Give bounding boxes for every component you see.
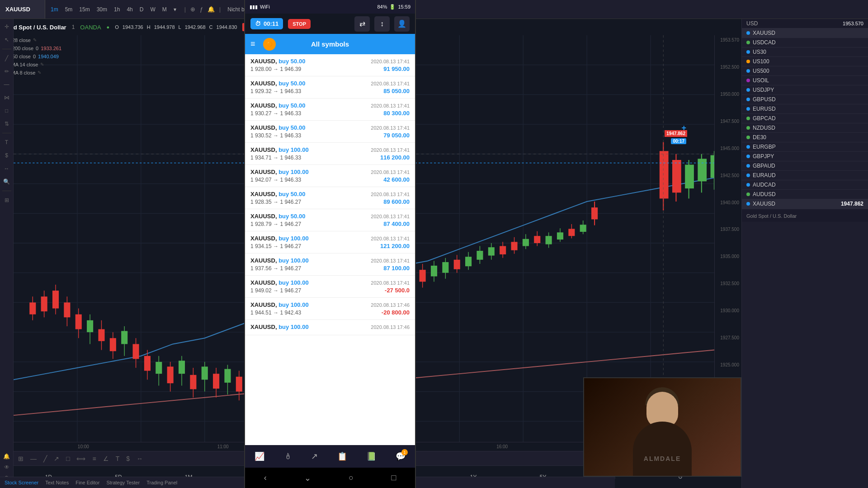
channel-tool[interactable]: ⋈: [1, 92, 12, 103]
symbol-item-xauusd-top[interactable]: XAUUSD: [742, 28, 868, 38]
trade-item-13[interactable]: XAUUSD, buy 100.00 2020.08.13 17:46: [245, 320, 415, 335]
phone-account-icon[interactable]: 👤: [394, 16, 410, 32]
rect-draw-tool[interactable]: □: [64, 454, 72, 464]
nav-square-icon[interactable]: □: [391, 473, 396, 483]
phone-tab-chart[interactable]: 📈: [252, 449, 267, 464]
tf-W[interactable]: W: [147, 0, 159, 19]
alert-tool[interactable]: 🔔: [1, 451, 12, 462]
symbol-item-gbpusd[interactable]: GBPUSD: [742, 95, 868, 104]
angle-tool[interactable]: ∠: [101, 454, 111, 464]
line-tool[interactable]: ╱: [1, 53, 12, 64]
trade-profit-5: 116 200.00: [380, 154, 410, 161]
symbol-item-gbpjpy[interactable]: GBPJPY: [742, 152, 868, 161]
trade-item-2[interactable]: XAUUSD, buy 50.00 2020.08.13 17:41 1 929…: [245, 76, 415, 99]
price-draw-tool[interactable]: $: [124, 454, 132, 464]
smma14-edit[interactable]: ✎: [40, 61, 44, 69]
symbol-item-nzdusd[interactable]: NZDUSD: [742, 123, 868, 133]
measure-tool[interactable]: ↔: [1, 163, 12, 174]
tf-15m[interactable]: 15m: [76, 0, 93, 19]
horizontal-line-tool[interactable]: —: [1, 79, 12, 90]
symbol-item-eurusd[interactable]: EURUSD: [742, 104, 868, 114]
screener-text[interactable]: Text Notes: [45, 480, 69, 485]
phone-transfer-icon[interactable]: ⇄: [354, 16, 370, 32]
nav-down-icon[interactable]: ⌄: [304, 473, 311, 483]
rect-tool[interactable]: □: [1, 105, 12, 116]
cursor-tool[interactable]: ↖: [1, 34, 12, 45]
zoom-tool[interactable]: 🔍: [1, 176, 12, 187]
symbol-item-euraud[interactable]: EURAUD: [742, 171, 868, 180]
tf-1h[interactable]: 1h: [111, 0, 123, 19]
tf-M[interactable]: M: [159, 0, 170, 19]
symbol-label[interactable]: XAUUSD: [0, 0, 45, 19]
trade-item-1[interactable]: XAUUSD, buy 50.00 2020.08.13 17:41 1 928…: [245, 54, 415, 76]
draw-tool[interactable]: ✏: [1, 66, 12, 77]
tf-30m[interactable]: 30m: [94, 0, 111, 19]
tf-5m[interactable]: 5m: [62, 0, 76, 19]
trade-item-7[interactable]: XAUUSD, buy 50.00 2020.08.13 17:41 1 928…: [245, 187, 415, 209]
symbol-item-xauusd-bottom[interactable]: XAUUSD 1947.862: [742, 199, 868, 209]
expand-icon[interactable]: ⊞: [1, 195, 12, 206]
eye-tool[interactable]: 👁: [1, 462, 12, 473]
trade-item-6[interactable]: XAUUSD, buy 100.00 2020.08.13 17:41 1 94…: [245, 165, 415, 187]
text-draw-tool[interactable]: T: [113, 454, 122, 464]
compare-btn[interactable]: ⊕: [188, 6, 198, 13]
symbol-item-eurgbp[interactable]: EURGBP: [742, 142, 868, 152]
symbol-item-gbpaud[interactable]: GBPAUD: [742, 161, 868, 171]
price-tool[interactable]: $: [1, 150, 12, 161]
tf-dropdown[interactable]: ▾: [170, 0, 180, 19]
trade-profit-4: 79 050.00: [383, 132, 410, 139]
nav-home-icon[interactable]: ○: [349, 473, 354, 483]
symbol-item-audcad[interactable]: AUDCAD: [742, 180, 868, 190]
ma28-edit[interactable]: ✎: [33, 36, 37, 44]
tf-D[interactable]: D: [137, 0, 147, 19]
tf-4h[interactable]: 4h: [123, 0, 136, 19]
indicators-btn[interactable]: ƒ: [198, 6, 205, 13]
parallel-tool[interactable]: ⟺: [74, 454, 88, 464]
text-tool[interactable]: T: [1, 137, 12, 148]
trade-item-9[interactable]: XAUUSD, buy 100.00 2020.08.13 17:41 1 93…: [245, 231, 415, 253]
screener-stock[interactable]: Stock Screener: [5, 480, 38, 485]
pencil-tool[interactable]: ╱: [41, 454, 49, 464]
phone-tab-candle[interactable]: 🕯: [282, 450, 294, 464]
trade-item-4[interactable]: XAUUSD, buy 50.00 2020.08.13 17:41 1 930…: [245, 121, 415, 143]
symbol-item-us500[interactable]: US500: [742, 66, 868, 76]
symbol-item-usoil[interactable]: USOIL: [742, 76, 868, 85]
tf-1m[interactable]: 1m: [47, 0, 62, 19]
phone-trade-list[interactable]: XAUUSD, buy 50.00 2020.08.13 17:41 1 928…: [245, 54, 415, 445]
trade-item-3[interactable]: XAUUSD, buy 50.00 2020.08.13 17:41 1 930…: [245, 99, 415, 121]
channel-draw-tool[interactable]: ≡: [90, 454, 98, 464]
screener-fine[interactable]: Fine Editor: [75, 480, 99, 485]
arrow-tool[interactable]: ↗: [52, 454, 61, 464]
phone-tab-trend[interactable]: ↗: [309, 449, 320, 464]
trade-item-8[interactable]: XAUUSD, buy 50.00 2020.08.13 17:41 1 928…: [245, 209, 415, 231]
nav-back-icon[interactable]: ‹: [264, 473, 267, 483]
alerts-btn[interactable]: 🔔: [205, 6, 217, 13]
line-draw-tool[interactable]: —: [28, 454, 39, 464]
smma8-edit[interactable]: ✎: [38, 69, 41, 77]
hamburger-icon[interactable]: ≡: [250, 39, 255, 49]
phone-tab-book[interactable]: 📗: [364, 449, 378, 464]
trade-type-5: buy 100.00: [278, 146, 309, 153]
phone-sort-icon[interactable]: ↕: [374, 16, 390, 32]
trade-item-5[interactable]: XAUUSD, buy 100.00 2020.08.13 17:41 1 93…: [245, 143, 415, 165]
trade-item-11[interactable]: XAUUSD, buy 100.00 2020.08.13 17:41 1 94…: [245, 276, 415, 298]
symbol-item-de30[interactable]: DE30: [742, 133, 868, 142]
measure-draw-tool[interactable]: ↔: [134, 454, 145, 464]
stop-button-phone[interactable]: STOP: [288, 19, 311, 29]
crosshair-tool[interactable]: ✛: [1, 21, 12, 32]
symbol-item-us30[interactable]: US30: [742, 47, 868, 57]
symbol-item-usdjpy[interactable]: USDJPY: [742, 85, 868, 95]
screener-strategy[interactable]: Strategy Tester: [106, 480, 140, 485]
grid-tool[interactable]: ⊞: [16, 454, 26, 464]
phone-tab-orders[interactable]: 📋: [335, 449, 349, 464]
phone-tab-chat[interactable]: 💬 1: [393, 449, 408, 464]
trade-item-12[interactable]: XAUUSD, buy 100.00 2020.08.13 17:46 1 94…: [245, 298, 415, 320]
symbol-item-us100[interactable]: US100: [742, 57, 868, 66]
fib-tool[interactable]: ⇅: [1, 118, 12, 129]
symbol-item-audusd[interactable]: AUDUSD: [742, 190, 868, 199]
symbol-item-gbpcad[interactable]: GBPCAD: [742, 114, 868, 123]
trade-item-10[interactable]: XAUUSD, buy 100.00 2020.08.13 17:41 1 93…: [245, 253, 415, 276]
symbol-item-usdcad[interactable]: USDCAD: [742, 38, 868, 47]
svg-rect-52: [190, 375, 196, 389]
screener-trading[interactable]: Trading Panel: [146, 480, 177, 485]
